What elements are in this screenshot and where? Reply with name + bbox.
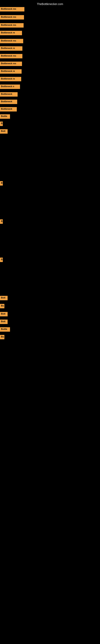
bottleneck-label: Bottleneck res xyxy=(0,39,23,43)
bottleneck-label: Bott xyxy=(0,296,8,300)
bottleneck-label: Bott xyxy=(0,320,8,324)
bottleneck-label: Bottleneck res xyxy=(0,62,22,66)
bottleneck-label: B xyxy=(0,219,3,224)
bottleneck-label: Bottleneck re xyxy=(0,69,22,74)
bottleneck-label: Bottle xyxy=(0,327,10,332)
bottleneck-label: Bott xyxy=(0,312,8,316)
bottleneck-label: Bottleneck re xyxy=(0,77,21,81)
bottleneck-label: Bottleneck res xyxy=(0,15,24,20)
bottleneck-label: Bottleneck res xyxy=(0,54,22,58)
bottleneck-label: Bo xyxy=(0,304,4,308)
bottleneck-label: Bottleneck res xyxy=(0,7,24,12)
bottleneck-label: Bottle xyxy=(0,114,10,119)
bottleneck-label: Bottleneck re xyxy=(0,46,22,51)
bottleneck-label: B xyxy=(0,258,3,262)
bottleneck-label: Bottleneck xyxy=(0,92,18,96)
bottleneck-label: Bo xyxy=(0,335,4,339)
bottleneck-label: Bottleneck res xyxy=(0,23,24,28)
bottleneck-label: Bottleneck xyxy=(0,100,17,104)
bottleneck-label: B xyxy=(0,122,3,126)
bottleneck-label: B xyxy=(0,181,3,186)
bottleneck-label: Bottleneck xyxy=(0,107,17,112)
site-title: TheBottlenecker.com xyxy=(0,1,100,7)
bottleneck-label: Bottleneck n xyxy=(0,84,20,89)
bottleneck-label: Bottleneck re xyxy=(0,31,22,35)
bottleneck-label: Bott xyxy=(0,129,8,134)
